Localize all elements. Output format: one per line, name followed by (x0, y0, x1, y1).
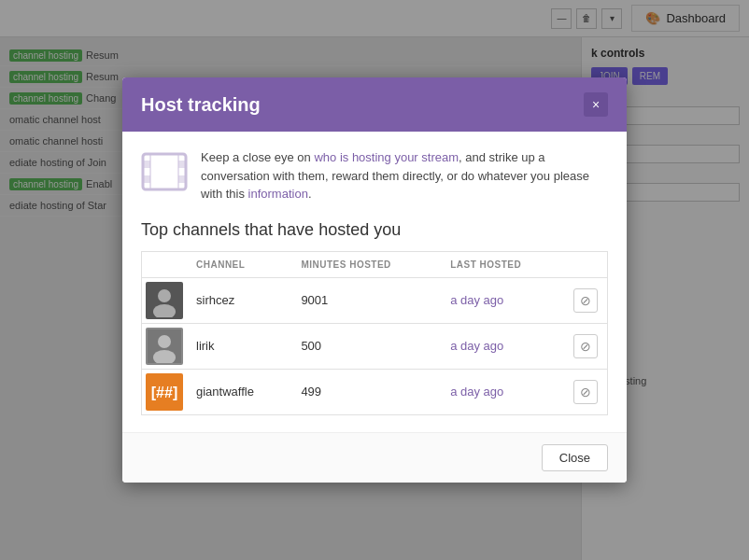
channel-name: lirik (187, 323, 291, 369)
host-tracking-modal: Host tracking × (122, 77, 627, 483)
col-action (564, 251, 608, 277)
col-minutes: MINUTES HOSTED (291, 251, 441, 277)
channel-name: sirhcez (187, 277, 291, 323)
film-icon (141, 148, 188, 195)
modal-info-text: Keep a close eye on who is hosting your … (201, 148, 608, 203)
modal-header: Host tracking × (122, 77, 627, 132)
modal-overlay: Host tracking × (0, 0, 749, 560)
ban-button[interactable]: ⊘ (573, 380, 598, 404)
avatar (146, 328, 183, 365)
avatar-cell (142, 277, 188, 323)
table-row: sirhcez 9001 a day ago ⊘ (142, 277, 608, 323)
section-title: Top channels that have hosted you (141, 220, 608, 240)
svg-rect-2 (143, 175, 150, 183)
svg-point-8 (158, 289, 171, 302)
modal-close-button[interactable]: × (584, 92, 608, 117)
action-cell: ⊘ (564, 323, 608, 369)
minutes-value: 500 (291, 323, 441, 369)
who-hosting-link[interactable]: who is hosting your stream (314, 150, 459, 164)
svg-rect-4 (178, 175, 186, 183)
action-cell: ⊘ (564, 277, 608, 323)
svg-point-11 (158, 335, 171, 348)
svg-rect-3 (178, 161, 186, 168)
table-header-row: CHANNEL MINUTES HOSTED LAST HOSTED (142, 251, 608, 277)
col-avatar (142, 251, 188, 277)
channel-name: giantwaffle (187, 369, 291, 414)
avatar (146, 282, 183, 319)
svg-rect-0 (143, 154, 186, 189)
last-hosted-value: a day ago (441, 323, 564, 369)
minutes-value: 499 (291, 369, 441, 414)
svg-rect-1 (143, 161, 150, 168)
close-button[interactable]: Close (542, 444, 608, 471)
modal-title: Host tracking (141, 94, 261, 116)
avatar-cell: [##] (142, 369, 188, 414)
information-link[interactable]: information (248, 187, 308, 201)
col-last-hosted: LAST HOSTED (441, 251, 564, 277)
ban-button[interactable]: ⊘ (573, 288, 598, 313)
avatar-cell (142, 323, 188, 369)
avatar: [##] (146, 373, 183, 411)
modal-info-section: Keep a close eye on who is hosting your … (141, 148, 608, 203)
modal-footer: Close (122, 432, 627, 483)
table-row: lirik 500 a day ago ⊘ (142, 323, 608, 369)
last-hosted-value: a day ago (441, 369, 564, 414)
host-table: CHANNEL MINUTES HOSTED LAST HOSTED (141, 251, 608, 415)
col-channel: CHANNEL (187, 251, 291, 277)
action-cell: ⊘ (564, 369, 608, 414)
last-hosted-value: a day ago (441, 277, 564, 323)
table-row: [##] giantwaffle 499 a day ago ⊘ (142, 369, 608, 414)
svg-text:[##]: [##] (151, 385, 177, 400)
ban-button[interactable]: ⊘ (573, 334, 598, 358)
modal-body: Keep a close eye on who is hosting your … (122, 132, 627, 432)
minutes-value: 9001 (291, 277, 441, 323)
